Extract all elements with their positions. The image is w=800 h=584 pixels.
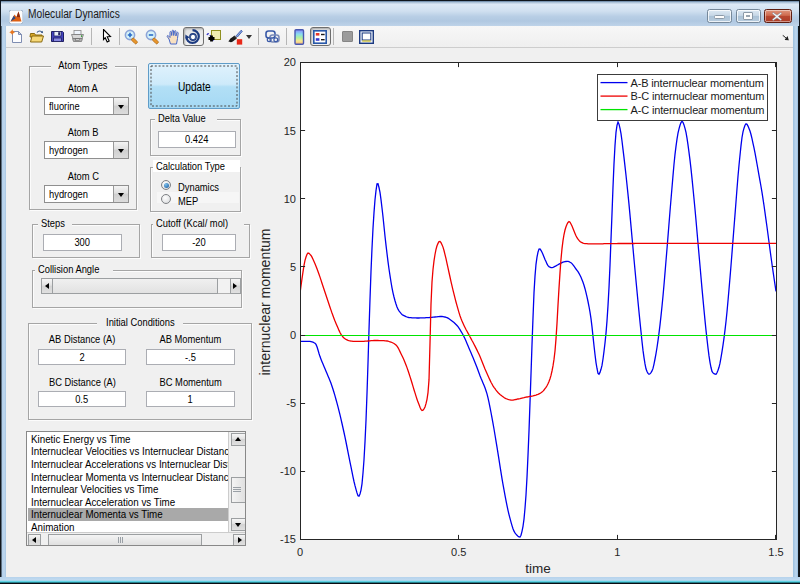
- svg-text:-5: -5: [286, 397, 296, 409]
- svg-text:B-C internuclear momentum: B-C internuclear momentum: [631, 90, 765, 102]
- svg-text:0: 0: [290, 329, 296, 341]
- svg-text:5: 5: [290, 261, 296, 273]
- svg-text:A-C internuclear momentum: A-C internuclear momentum: [631, 104, 765, 116]
- svg-text:20: 20: [284, 56, 296, 68]
- svg-text:-15: -15: [280, 533, 296, 545]
- svg-text:10: 10: [284, 193, 296, 205]
- svg-text:-10: -10: [280, 465, 296, 477]
- svg-text:internuclear momentum: internuclear momentum: [257, 228, 273, 375]
- svg-text:1.5: 1.5: [768, 546, 783, 558]
- svg-text:0: 0: [297, 546, 303, 558]
- svg-text:15: 15: [284, 125, 296, 137]
- svg-text:time: time: [525, 561, 551, 576]
- svg-text:A-B internuclear momentum: A-B internuclear momentum: [631, 77, 764, 89]
- svg-text:0.5: 0.5: [451, 546, 466, 558]
- svg-text:1: 1: [614, 546, 620, 558]
